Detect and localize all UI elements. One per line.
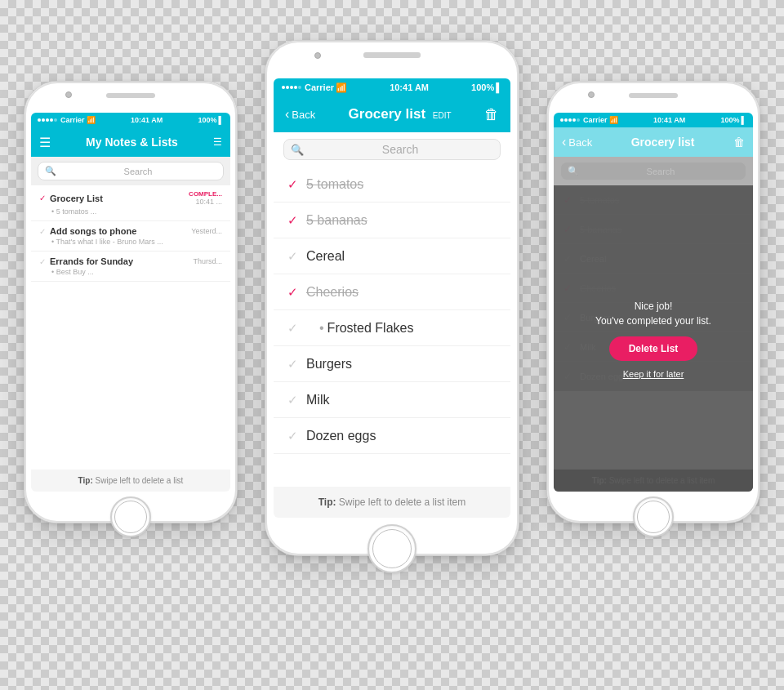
app-header-left: ☰ My Notes & Lists ☰	[31, 127, 230, 157]
carrier-center: Carrier	[305, 82, 334, 92]
screen-right: Carrier 📶 10:41 AM 100% ▌ ‹ Back Grocery…	[554, 113, 753, 492]
status-bar-center: Carrier 📶 10:41 AM 100% ▌	[274, 78, 510, 96]
note-preview-1: • That's what I like - Bruno Mars ...	[39, 238, 222, 246]
back-arrow-icon: ‹	[285, 107, 289, 122]
bullet-icon: •	[319, 321, 324, 335]
list-item[interactable]: ✓ Burgers	[274, 346, 510, 382]
home-button-center[interactable]	[368, 524, 416, 573]
edit-label[interactable]: EDIT	[433, 111, 452, 120]
back-label: Back	[292, 109, 315, 121]
battery-icon-center: ▌	[496, 82, 502, 92]
search-placeholder-right: Search	[582, 167, 739, 176]
search-bar-right: 🔍 Search	[554, 157, 753, 185]
note-preview-0: • 5 tomatos ...	[39, 207, 222, 216]
search-input-left[interactable]: 🔍 Search	[38, 162, 224, 180]
camera-right	[588, 91, 595, 98]
header-title-center: Grocery list EDIT	[315, 106, 484, 122]
list-item[interactable]: ✓ Cereal	[274, 238, 510, 274]
check-icon-0: ✓	[285, 177, 300, 192]
battery-icon-left: ▌	[219, 116, 224, 124]
search-input-right: 🔍 Search	[560, 162, 746, 180]
wifi-icon-right: 📶	[609, 116, 618, 124]
item-text-5: Burgers	[306, 357, 352, 372]
wifi-icon-center: 📶	[336, 82, 347, 93]
overlay-message: Nice job! You've completed your list.	[595, 299, 711, 328]
status-right-center: 100% ▌	[471, 82, 502, 92]
camera-left	[65, 91, 72, 98]
note-uncheck-icon: ✓	[39, 227, 46, 236]
list-item[interactable]: ✓ 5 tomatos	[274, 167, 510, 203]
screen-center: Carrier 📶 10:41 AM 100% ▌ ‹ Back Grocery…	[274, 78, 510, 518]
list-item[interactable]: ✓ Dozen eggs	[274, 418, 510, 454]
header-right-icon: ☰	[213, 136, 222, 148]
carrier-right: Carrier	[583, 116, 608, 124]
list-item[interactable]: ✓ Milk	[274, 382, 510, 418]
carrier-label: Carrier	[60, 116, 85, 124]
phone-left: Carrier 📶 10:41 AM 100% ▌ ☰ My Notes & L…	[24, 82, 237, 523]
trash-icon[interactable]: 🗑	[484, 106, 499, 123]
note-uncheck-icon-2: ✓	[39, 257, 46, 266]
item-text-3: Cheerios	[306, 285, 359, 300]
home-button-left[interactable]	[110, 496, 151, 537]
notes-list: ✓ Grocery List COMPLE... 10:41 ... • 5 t…	[31, 185, 230, 492]
note-date-1: Yesterd...	[191, 227, 222, 235]
app-header-center: ‹ Back Grocery list EDIT 🗑	[274, 96, 510, 132]
time-center: 10:41 AM	[390, 82, 429, 92]
item-text-2: Cereal	[306, 249, 345, 264]
check-icon-1: ✓	[285, 213, 300, 228]
tip-text-center: Swipe left to delete a list item	[336, 496, 466, 508]
search-placeholder-center: Search	[307, 143, 493, 156]
list-item[interactable]: ✓ Errands for Sunday Thursd... • Best Bu…	[31, 252, 230, 282]
back-arrow-icon-right: ‹	[562, 135, 566, 149]
camera-center	[314, 52, 321, 59]
carrier-dots-center	[282, 86, 301, 89]
keep-later-link[interactable]: Keep it for later	[623, 369, 684, 379]
note-title-1: Add songs to phone	[50, 226, 136, 236]
status-left: Carrier 📶	[38, 116, 96, 124]
check-icon-3: ✓	[285, 285, 300, 300]
search-input-center[interactable]: 🔍 Search	[283, 139, 501, 160]
tip-bold-left: Tip:	[78, 476, 93, 485]
note-preview-2: • Best Buy ...	[39, 268, 222, 276]
list-item[interactable]: ✓ Cheerios	[274, 274, 510, 310]
note-date-2: Thursd...	[193, 257, 222, 265]
carrier-dots-right	[560, 118, 580, 122]
note-check-icon: ✓	[39, 194, 46, 203]
check-icon-5: ✓	[285, 357, 300, 372]
status-right-left: 100% ▌	[198, 116, 224, 124]
list-item[interactable]: ✓ •Frosted Flakes	[274, 310, 510, 346]
check-icon-4: ✓	[285, 321, 300, 336]
menu-icon[interactable]: ☰	[39, 135, 51, 150]
trash-icon-right: 🗑	[733, 136, 745, 149]
status-bar-left: Carrier 📶 10:41 AM 100% ▌	[31, 113, 230, 127]
check-icon-7: ✓	[285, 429, 300, 443]
tip-bar-center: Tip: Swipe left to delete a list item	[274, 487, 510, 518]
grocery-list-right-bg: ✓ 5 tomatos ✓ 5 bananas ✓ Cereal ✓ Cheer…	[554, 185, 753, 492]
tip-text-left: Swipe left to delete a list	[93, 476, 184, 485]
note-title-0: Grocery List	[50, 194, 103, 203]
item-text-1: 5 bananas	[306, 213, 368, 228]
battery-center: 100%	[471, 82, 494, 92]
header-title-left: My Notes & Lists	[51, 136, 213, 149]
status-right-right: 100% ▌	[721, 116, 746, 124]
home-button-right[interactable]	[633, 496, 674, 537]
search-bar-center: 🔍 Search	[274, 132, 510, 167]
item-text-4: •Frosted Flakes	[306, 321, 413, 336]
status-left-right: Carrier 📶	[560, 116, 618, 124]
back-button[interactable]: ‹ Back	[285, 107, 315, 122]
item-text-6: Milk	[306, 393, 329, 407]
battery-right: 100%	[721, 116, 740, 124]
time-left: 10:41 AM	[131, 116, 163, 124]
list-item[interactable]: ✓ Add songs to phone Yesterd... • That's…	[31, 221, 230, 252]
search-icon-center: 🔍	[291, 144, 304, 156]
check-icon-2: ✓	[285, 249, 300, 264]
note-title-2: Errands for Sunday	[50, 256, 133, 266]
list-item[interactable]: ✓ Grocery List COMPLE... 10:41 ... • 5 t…	[31, 185, 230, 221]
list-item[interactable]: ✓ 5 bananas	[274, 203, 510, 238]
delete-list-button[interactable]: Delete List	[609, 336, 698, 361]
tip-bold-center: Tip:	[318, 496, 336, 508]
tip-bar-left: Tip: Swipe left to delete a list	[31, 470, 230, 492]
overlay-line2: You've completed your list.	[595, 314, 711, 328]
search-icon-right: 🔍	[568, 166, 579, 176]
wifi-icon: 📶	[87, 116, 96, 124]
